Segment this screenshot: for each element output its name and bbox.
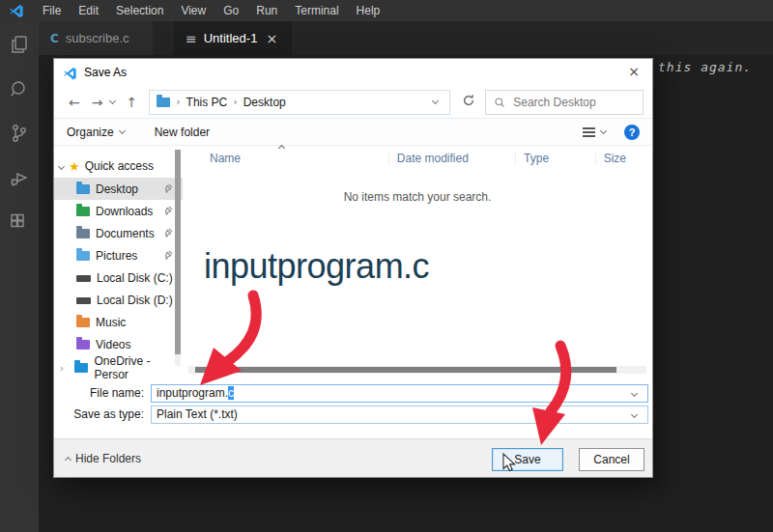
- menu-go[interactable]: Go: [215, 4, 247, 17]
- source-control-icon[interactable]: [8, 122, 31, 145]
- column-size[interactable]: Size: [596, 152, 652, 165]
- extensions-icon[interactable]: [8, 210, 31, 234]
- explorer-icon[interactable]: [8, 33, 31, 56]
- sidebar-item-desktop[interactable]: Desktop: [54, 178, 183, 200]
- view-chevron-icon: [600, 127, 607, 134]
- item-label: Videos: [96, 338, 130, 351]
- save-button[interactable]: Save: [492, 448, 563, 471]
- list-header: Name Date modified Type Size: [183, 148, 652, 169]
- pin-icon[interactable]: [163, 182, 173, 196]
- menu-view[interactable]: View: [172, 4, 215, 17]
- menu-edit[interactable]: Edit: [70, 4, 107, 17]
- new-folder-button[interactable]: New folder: [155, 126, 210, 139]
- menu-terminal[interactable]: Terminal: [286, 4, 347, 17]
- c-language-icon: C: [50, 32, 59, 45]
- sidebar-item-onedrive[interactable]: › OneDrive - Persor: [54, 355, 183, 380]
- breadcrumb-separator: ›: [233, 96, 237, 108]
- pictures-icon: [76, 251, 90, 261]
- drive-icon: [76, 297, 91, 304]
- item-label: Local Disk (D:): [97, 294, 173, 307]
- tab-close-icon[interactable]: ×: [266, 31, 277, 46]
- run-debug-icon[interactable]: [8, 166, 31, 189]
- sidebar-item-music[interactable]: Music: [54, 311, 183, 333]
- tab-subscribe-c[interactable]: C subscribe.c: [39, 21, 153, 55]
- places-sidebar: ★ Quick access Desktop Downloads Documen…: [54, 146, 183, 379]
- documents-folder-icon: [76, 229, 90, 238]
- breadcrumb-separator: ›: [176, 96, 180, 108]
- pin-icon[interactable]: [163, 227, 173, 240]
- dialog-title: Save As: [84, 66, 127, 79]
- search-placeholder: Search Desktop: [513, 96, 595, 109]
- pin-icon[interactable]: [163, 205, 173, 218]
- column-type[interactable]: Type: [516, 152, 596, 165]
- address-breadcrumb[interactable]: › This PC › Desktop: [149, 90, 450, 115]
- annotation-filename-text: inputprogram.c: [204, 246, 429, 287]
- dialog-close-icon[interactable]: ×: [628, 64, 640, 79]
- dialog-nav-bar: ← → ↑ › This PC › Desktop Search Desktop: [54, 86, 652, 119]
- item-label: Music: [96, 316, 126, 329]
- address-dropdown-chevron-icon[interactable]: [432, 98, 439, 104]
- sidebar-item-documents[interactable]: Documents: [54, 222, 183, 244]
- recent-locations-chevron-icon[interactable]: [109, 98, 116, 104]
- file-name-input[interactable]: inputprogram.c: [151, 384, 648, 403]
- sidebar-scrollbar[interactable]: [175, 150, 181, 366]
- change-view-button[interactable]: [583, 127, 611, 137]
- file-name-dropdown-chevron-icon[interactable]: [631, 389, 638, 396]
- item-label: OneDrive - Persor: [94, 354, 183, 381]
- sidebar-item-videos[interactable]: Videos: [54, 333, 183, 355]
- sidebar-item-local-disk-c[interactable]: Local Disk (C:): [54, 266, 183, 289]
- tab-bar: C subscribe.c ≡ Untitled-1 ×: [39, 21, 773, 55]
- hide-folders-button[interactable]: Hide Folders: [64, 452, 141, 465]
- editor-code-snippet: this again.: [658, 60, 752, 74]
- sidebar-item-pictures[interactable]: Pictures: [54, 244, 183, 266]
- expand-chevron-icon[interactable]: [58, 162, 65, 169]
- save-as-type-row: Save as type: Plain Text (*.txt): [54, 405, 652, 424]
- empty-folder-message: No items match your search.: [183, 190, 652, 204]
- organize-label: Organize: [67, 126, 114, 139]
- save-as-type-value: Plain Text (*.txt): [157, 407, 238, 421]
- menu-run[interactable]: Run: [247, 4, 286, 17]
- menu-file[interactable]: File: [34, 4, 70, 17]
- breadcrumb-desktop[interactable]: Desktop: [243, 96, 286, 109]
- menu-selection[interactable]: Selection: [107, 4, 172, 17]
- desktop-folder-icon: [76, 184, 90, 194]
- column-name[interactable]: Name: [183, 152, 389, 165]
- hide-folders-label: Hide Folders: [75, 452, 141, 465]
- dialog-footer: Hide Folders Save Cancel: [54, 438, 652, 477]
- pin-icon[interactable]: [163, 249, 173, 263]
- item-label: Documents: [96, 227, 155, 240]
- search-input[interactable]: Search Desktop: [485, 90, 644, 115]
- forward-button[interactable]: →: [92, 95, 103, 110]
- sidebar-item-local-disk-d[interactable]: Local Disk (D:): [54, 289, 183, 311]
- tab-untitled-1[interactable]: ≡ Untitled-1 ×: [174, 21, 292, 55]
- activity-bar: [0, 21, 39, 532]
- refresh-button[interactable]: [462, 94, 475, 110]
- organize-button[interactable]: Organize: [67, 126, 129, 139]
- save-as-type-chevron-icon[interactable]: [631, 410, 638, 417]
- downloads-folder-icon: [76, 207, 90, 216]
- videos-folder-icon: [76, 340, 90, 350]
- file-name-value: inputprogram.: [157, 386, 228, 400]
- save-as-type-label: Save as type:: [54, 407, 151, 421]
- sidebar-item-downloads[interactable]: Downloads: [54, 200, 183, 222]
- list-view-icon: [583, 127, 595, 137]
- file-name-row: File name: inputprogram.c: [54, 383, 652, 403]
- onedrive-folder-icon: [74, 363, 88, 373]
- organize-chevron-icon: [119, 127, 126, 134]
- save-as-type-select[interactable]: Plain Text (*.txt): [151, 406, 648, 424]
- music-folder-icon: [76, 318, 90, 327]
- item-label: Local Disk (C:): [97, 271, 173, 285]
- expander-icon[interactable]: ›: [60, 363, 69, 374]
- back-button[interactable]: ←: [69, 95, 80, 110]
- column-date-modified[interactable]: Date modified: [389, 152, 516, 165]
- search-icon[interactable]: [8, 77, 31, 100]
- menu-help[interactable]: Help: [348, 4, 389, 17]
- cancel-button[interactable]: Cancel: [579, 448, 644, 471]
- horizontal-scrollbar[interactable]: [188, 366, 646, 374]
- breadcrumb-this-pc[interactable]: This PC: [186, 96, 228, 109]
- help-button[interactable]: ?: [624, 125, 640, 140]
- up-button[interactable]: ↑: [126, 95, 137, 110]
- drive-icon: [76, 275, 91, 282]
- folder-icon: [157, 98, 170, 107]
- sidebar-item-quick-access[interactable]: ★ Quick access: [54, 154, 183, 178]
